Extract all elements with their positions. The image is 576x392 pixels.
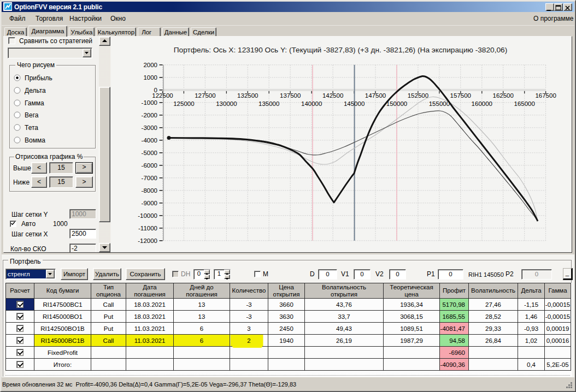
- svg-text:140000: 140000: [301, 100, 322, 107]
- svg-text:-4000: -4000: [142, 137, 157, 144]
- svg-text:125000: 125000: [173, 100, 194, 107]
- svg-text:167500: 167500: [535, 92, 556, 99]
- svg-text:147500: 147500: [365, 92, 386, 99]
- svg-text:-3000: -3000: [142, 124, 157, 131]
- svg-text:132500: 132500: [237, 92, 258, 99]
- svg-text:-6000: -6000: [142, 162, 157, 169]
- svg-text:162500: 162500: [493, 92, 514, 99]
- svg-text:135000: 135000: [258, 100, 279, 107]
- svg-text:1000: 1000: [143, 74, 157, 81]
- svg-text:165000: 165000: [514, 100, 535, 107]
- svg-text:150000: 150000: [386, 100, 407, 107]
- svg-text:-10000: -10000: [138, 212, 157, 219]
- svg-text:127500: 127500: [195, 92, 215, 99]
- svg-text:-9000: -9000: [142, 200, 157, 206]
- svg-text:-12000: -12000: [138, 237, 157, 244]
- svg-text:Портфель: Ось X: 123190 Ось Y:: Портфель: Ось X: 123190 Ось Y: (Текущий …: [174, 46, 507, 54]
- svg-text:137500: 137500: [280, 92, 301, 99]
- svg-text:2000: 2000: [143, 62, 157, 68]
- svg-text:155000: 155000: [429, 100, 450, 107]
- svg-text:-7000: -7000: [142, 175, 157, 181]
- svg-text:-5000: -5000: [142, 150, 157, 156]
- svg-text:142500: 142500: [322, 92, 343, 99]
- svg-text:-1000: -1000: [142, 99, 157, 106]
- svg-text:160000: 160000: [472, 100, 492, 107]
- svg-text:-11000: -11000: [138, 225, 157, 231]
- svg-text:152500: 152500: [408, 92, 428, 99]
- svg-text:-8000: -8000: [142, 187, 157, 194]
- svg-text:130000: 130000: [216, 100, 237, 107]
- svg-text:145000: 145000: [344, 100, 365, 107]
- svg-text:122500: 122500: [152, 92, 173, 99]
- svg-text:157500: 157500: [450, 92, 471, 99]
- svg-text:-2000: -2000: [142, 112, 157, 118]
